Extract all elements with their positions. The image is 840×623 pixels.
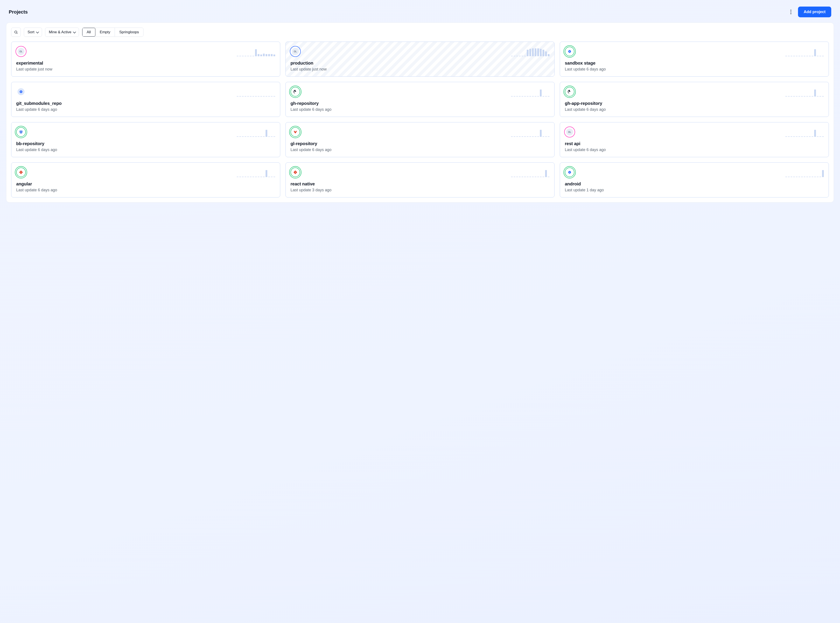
spark-empty [799, 137, 800, 137]
project-card[interactable]: OLproductionLast update just now [286, 41, 554, 77]
spark-empty [522, 176, 523, 177]
spark-empty [237, 137, 239, 137]
spark-empty [255, 137, 257, 137]
update-time: 6 days ago [38, 147, 57, 152]
spark-empty [793, 137, 795, 137]
project-card[interactable]: gh-app-repositoryLast update 6 days ago [560, 82, 829, 117]
card-header: OL [565, 127, 824, 137]
spark-empty [535, 176, 536, 177]
project-avatar [291, 87, 300, 97]
spark-empty [239, 56, 241, 56]
spark-empty [511, 56, 513, 56]
sort-label: Sort [28, 30, 34, 34]
tab-empty[interactable]: Empty [95, 28, 115, 37]
spark-empty [806, 56, 808, 56]
update-prefix: Last update [16, 188, 37, 192]
spark-empty [252, 137, 254, 137]
activity-sparkline [237, 127, 275, 137]
more-menu-button[interactable] [788, 9, 794, 15]
spark-empty [809, 137, 811, 137]
spark-empty [806, 137, 808, 137]
search-button[interactable] [11, 28, 21, 37]
avatar-inner [17, 88, 24, 95]
spark-empty [804, 96, 805, 97]
spark-empty [260, 137, 262, 137]
spark-empty [791, 137, 792, 137]
spark-empty [237, 176, 239, 177]
page-header: Projects Add project [0, 0, 840, 23]
card-header [565, 47, 824, 56]
spark-bar [814, 89, 816, 97]
project-card[interactable]: react nativeLast update 3 days ago [286, 163, 554, 198]
project-avatar: OL [291, 47, 300, 56]
spark-empty [537, 96, 539, 97]
project-card[interactable]: OLrest apiLast update 6 days ago [560, 122, 829, 157]
filter-label: Mine & Active [49, 30, 71, 34]
spark-empty [801, 176, 803, 177]
spark-empty [245, 176, 246, 177]
activity-sparkline [237, 47, 275, 56]
spark-empty [804, 137, 805, 137]
project-card[interactable]: sandbox stageLast update 6 days ago [560, 41, 829, 77]
spark-empty [242, 176, 244, 177]
project-card[interactable]: bb-repositoryLast update 6 days ago [11, 122, 280, 157]
spark-bar [814, 130, 816, 137]
spark-empty [242, 137, 244, 137]
spark-empty [819, 96, 821, 97]
spark-empty [545, 96, 547, 97]
card-header [291, 87, 549, 97]
spark-empty [799, 176, 800, 177]
update-time: 1 day ago [586, 188, 604, 192]
project-avatar: OL [565, 127, 574, 137]
update-time: 6 days ago [38, 188, 57, 192]
spark-empty [791, 96, 792, 97]
spark-empty [268, 176, 270, 177]
tab-all[interactable]: All [82, 28, 95, 37]
update-prefix: Last update [16, 67, 37, 71]
project-updated: Last update 6 days ago [291, 107, 549, 112]
spark-empty [804, 176, 805, 177]
update-prefix: Last update [16, 107, 37, 112]
spark-empty [274, 176, 275, 177]
project-card[interactable]: gh-repositoryLast update 6 days ago [286, 82, 554, 117]
spark-empty [529, 176, 531, 177]
spark-empty [514, 96, 516, 97]
project-updated: Last update 3 days ago [291, 188, 549, 192]
spark-empty [522, 56, 523, 56]
spark-empty [245, 137, 246, 137]
page-title: Projects [9, 9, 28, 15]
spark-bar [268, 54, 270, 56]
spark-bar [274, 55, 275, 56]
spark-empty [242, 96, 244, 97]
add-project-button[interactable]: Add project [798, 6, 831, 17]
project-avatar [16, 127, 26, 137]
spark-empty [527, 96, 528, 97]
update-prefix: Last update [16, 147, 37, 152]
tab-springloops[interactable]: Springloops [115, 28, 143, 37]
spark-empty [255, 96, 257, 97]
project-card[interactable]: angularLast update 6 days ago [11, 163, 280, 198]
spark-empty [809, 176, 811, 177]
spark-empty [519, 137, 521, 137]
sort-button[interactable]: Sort [24, 28, 42, 37]
spark-empty [812, 137, 813, 137]
project-avatar [291, 127, 300, 137]
spark-empty [252, 176, 254, 177]
filter-button[interactable]: Mine & Active [45, 28, 79, 37]
spark-bar [266, 54, 267, 56]
spark-empty [796, 56, 797, 56]
card-header [291, 167, 549, 177]
spark-empty [537, 137, 539, 137]
spark-bar [266, 130, 267, 137]
project-card[interactable]: androidLast update 1 day ago [560, 163, 829, 198]
spark-empty [796, 176, 797, 177]
spark-bar [527, 50, 528, 56]
project-card[interactable]: git_submodules_repoLast update 6 days ag… [11, 82, 280, 117]
spark-empty [801, 137, 803, 137]
spark-bar [543, 50, 544, 56]
spark-empty [258, 137, 259, 137]
project-card[interactable]: OLexperimentalLast update just now [11, 41, 280, 77]
project-card[interactable]: gl-repositoryLast update 6 days ago [286, 122, 554, 157]
spark-empty [791, 56, 792, 56]
spark-empty [806, 176, 808, 177]
